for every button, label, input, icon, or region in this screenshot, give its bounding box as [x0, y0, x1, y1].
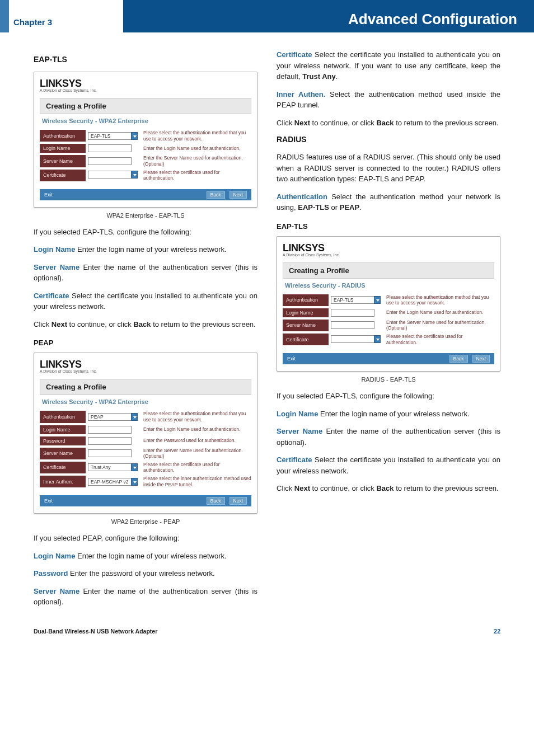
logo-text: LINKSYS — [40, 78, 251, 90]
figure-caption: WPA2 Enterprise - EAP-TLS — [34, 212, 257, 219]
accent-bar — [0, 0, 9, 32]
form-row: Login NameEnter the Login Name used for … — [40, 144, 251, 153]
authentication-select[interactable]: EAP-TLS — [331, 296, 381, 304]
body-text: RADIUS features use of a RADIUS server. … — [277, 152, 500, 185]
body-text: Server Name Enter the name of the authen… — [34, 262, 257, 284]
form-row: AuthenticationEAP-TLSPlease select the a… — [40, 130, 251, 142]
term-login-name: Login Name — [277, 410, 318, 418]
heading-eaptls: EAP-TLS — [34, 55, 257, 64]
term-server-name: Server Name — [34, 263, 79, 271]
figure-caption: WPA2 Enterprise - PEAP — [34, 518, 257, 525]
chevron-down-icon[interactable] — [374, 335, 381, 343]
form-table: AuthenticationEAP-TLSPlease select the a… — [40, 128, 251, 184]
dialog-title: Creating a Profile — [40, 98, 251, 114]
form-row: CertificateTrust AnyPlease select the ce… — [40, 462, 251, 473]
chevron-down-icon[interactable] — [131, 463, 138, 471]
certificate-select[interactable]: Trust Any — [88, 463, 138, 471]
form-row: Server NameEnter the Server Name used fo… — [283, 320, 494, 331]
authentication-select[interactable]: EAP-TLS — [88, 132, 138, 140]
exit-button[interactable]: Exit — [44, 192, 53, 198]
login-name-input[interactable] — [88, 144, 132, 152]
term-inner-authen: Inner Authen. — [277, 90, 325, 98]
left-column: EAP-TLS LINKSYS A Division of Cisco Syst… — [34, 49, 257, 614]
logo-subtext: A Division of Cisco Systems, Inc. — [40, 369, 251, 373]
form-row: Inner Authen.EAP-MSCHAP v2Please select … — [40, 476, 251, 487]
heading-radius: RADIUS — [277, 135, 500, 144]
body-text: Click Next to continue, or click Back to… — [277, 118, 500, 129]
logo-text: LINKSYS — [283, 242, 494, 254]
login-name-input[interactable] — [88, 426, 132, 434]
page-title: Advanced Configuration — [123, 0, 534, 32]
next-button[interactable]: Next — [229, 191, 247, 199]
form-row: Server NameEnter the Server Name used fo… — [40, 155, 251, 167]
chevron-down-icon[interactable] — [131, 171, 138, 179]
form-row: Server NameEnter the Server Name used fo… — [40, 448, 251, 459]
chevron-down-icon[interactable] — [131, 132, 138, 140]
dialog-title: Creating a Profile — [283, 262, 494, 279]
page-footer: Dual-Band Wireless-N USB Network Adapter… — [0, 614, 534, 640]
back-button[interactable]: Back — [207, 191, 225, 199]
body-text: Server Name Enter the name of the authen… — [34, 586, 257, 608]
screenshot-wpa2-eaptls: LINKSYS A Division of Cisco Systems, Inc… — [34, 72, 257, 208]
certificate-select[interactable] — [331, 335, 381, 343]
back-button[interactable]: Back — [207, 497, 225, 505]
body-text: Login Name Enter the login name of your … — [277, 408, 500, 420]
body-text: Server Name Enter the name of the authen… — [277, 426, 500, 448]
dialog-section: Wireless Security - WPA2 Enterprise — [42, 398, 251, 405]
server-name-input[interactable] — [88, 157, 132, 165]
page: Chapter 3 Advanced Configuration EAP-TLS… — [0, 0, 534, 651]
term-authentication: Authentication — [277, 192, 327, 201]
next-button[interactable]: Next — [229, 497, 247, 505]
form-row: AuthenticationPEAPPlease select the auth… — [40, 411, 251, 422]
chevron-down-icon[interactable] — [374, 296, 381, 304]
term-login-name: Login Name — [34, 245, 75, 253]
product-name: Dual-Band Wireless-N USB Network Adapter — [34, 628, 157, 635]
certificate-select[interactable] — [88, 171, 138, 179]
dialog-section: Wireless Security - RADIUS — [285, 282, 494, 289]
chevron-down-icon[interactable] — [131, 413, 138, 421]
body-text: Authentication Select the authentication… — [277, 191, 500, 213]
body-text: Click Next to continue, or click Back to… — [277, 483, 500, 494]
figure-caption: RADIUS - EAP-TLS — [277, 376, 500, 383]
body-text: Inner Authen. Select the authentication … — [277, 89, 500, 111]
body-text: Login Name Enter the login name of your … — [34, 551, 257, 562]
authentication-select[interactable]: PEAP — [88, 413, 138, 421]
screenshot-wpa2-peap: LINKSYS A Division of Cisco Systems, Inc… — [34, 353, 257, 514]
term-certificate: Certificate — [277, 50, 312, 59]
term-login-name: Login Name — [34, 552, 75, 560]
server-name-input[interactable] — [88, 449, 132, 457]
body-text: If you selected PEAP, configure the foll… — [34, 533, 257, 544]
body-text: Certificate Select the certificate you i… — [277, 49, 500, 82]
body-text: Certificate Select the certificate you i… — [34, 290, 257, 312]
term-server-name: Server Name — [34, 587, 79, 595]
form-row: CertificatePlease select the certificate… — [283, 334, 494, 345]
logo-text: LINKSYS — [40, 359, 251, 370]
page-number: 22 — [494, 628, 500, 635]
password-input[interactable] — [88, 437, 132, 445]
form-row: PasswordEnter the Password used for auth… — [40, 436, 251, 445]
exit-button[interactable]: Exit — [44, 498, 53, 504]
next-button[interactable]: Next — [472, 355, 490, 363]
heading-peap: PEAP — [34, 339, 257, 347]
right-column: Certificate Select the certificate you i… — [277, 49, 500, 614]
inner-authen-select[interactable]: EAP-MSCHAP v2 — [88, 478, 138, 486]
body-text: Certificate Select the certificate you i… — [277, 454, 500, 476]
logo-subtext: A Division of Cisco Systems, Inc. — [40, 88, 251, 92]
dialog-footer: Exit BackNext — [283, 353, 494, 364]
dialog-section: Wireless Security - WPA2 Enterprise — [42, 118, 251, 124]
body-text: Login Name Enter the login name of your … — [34, 244, 257, 255]
login-name-input[interactable] — [331, 309, 374, 317]
chapter-label: Chapter 3 — [0, 0, 123, 32]
term-server-name: Server Name — [277, 427, 322, 435]
dialog-title: Creating a Profile — [40, 379, 251, 395]
term-certificate: Certificate — [34, 292, 69, 300]
dialog-footer: Exit BackNext — [40, 189, 251, 200]
term-certificate: Certificate — [277, 456, 312, 464]
body-text: Click Next to continue, or click Back to… — [34, 319, 257, 330]
exit-button[interactable]: Exit — [287, 356, 296, 361]
back-button[interactable]: Back — [449, 355, 468, 363]
form-table: AuthenticationPEAPPlease select the auth… — [40, 408, 251, 490]
form-row: CertificatePlease select the certificate… — [40, 170, 251, 181]
chevron-down-icon[interactable] — [131, 478, 138, 486]
server-name-input[interactable] — [331, 321, 374, 329]
